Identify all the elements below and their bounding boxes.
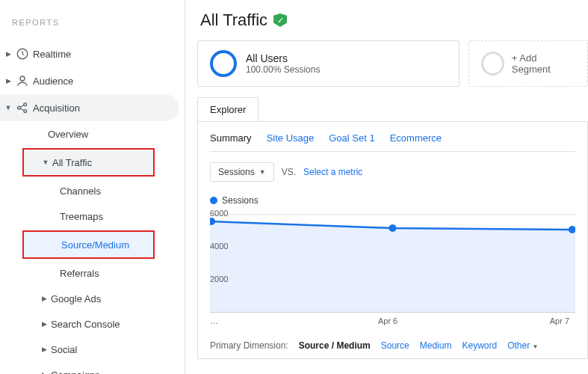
sessions-chart[interactable]: 6000 4000 2000 … Apr: [210, 209, 575, 313]
chevron-down-icon: ▼: [42, 159, 49, 166]
page-title-row: All Traffic ✓: [197, 6, 588, 40]
segment-ring-icon: [481, 52, 504, 76]
svg-point-1: [20, 76, 25, 81]
dim-other-label: Other: [507, 340, 530, 351]
chart-legend: Sessions: [210, 195, 575, 206]
sidebar-subitem-treemaps[interactable]: Treemaps: [0, 203, 185, 229]
legend-dot-icon: [210, 197, 217, 204]
segment-meta: All Users 100.00% Sessions: [246, 52, 320, 75]
sidebar-subitem-all-traffic[interactable]: ▼ All Traffic: [24, 150, 153, 175]
sidebar-subitem-overview[interactable]: Overview: [0, 121, 185, 147]
sidebar-item-label: Google Ads: [51, 293, 101, 304]
sidebar-subitem-search-console[interactable]: ▶ Search Console: [0, 311, 185, 337]
sidebar-item-label: Source/Medium: [61, 239, 129, 251]
sidebar-item-label: Channels: [60, 186, 101, 197]
person-icon: [12, 74, 33, 88]
sidebar-subitem-campaigns[interactable]: ▶ Campaigns: [0, 362, 185, 374]
metric-select-label: Sessions: [218, 167, 255, 177]
sidebar-subitem-source-medium[interactable]: Source/Medium: [24, 232, 153, 257]
sidebar: REPORTS ▶ Realtime ▶ Audience ▼ Acquisit…: [0, 0, 185, 374]
legend-label: Sessions: [222, 195, 259, 206]
segment-all-users[interactable]: All Users 100.00% Sessions: [197, 40, 459, 87]
metric-controls: Sessions ▼ VS. Select a metric: [210, 162, 575, 182]
sidebar-subitem-channels[interactable]: Channels: [0, 178, 185, 203]
dim-medium[interactable]: Medium: [420, 340, 452, 351]
main-content: All Traffic ✓ All Users 100.00% Sessions…: [185, 0, 588, 374]
sidebar-item-label: Acquisition: [33, 102, 80, 114]
y-tick: 4000: [210, 242, 228, 251]
chevron-right-icon: ▶: [40, 320, 48, 328]
subtab-goal-set[interactable]: Goal Set 1: [329, 132, 374, 144]
explorer-subtabs: Summary Site Usage Goal Set 1 Ecommerce: [210, 132, 575, 152]
dim-keyword[interactable]: Keyword: [462, 340, 497, 351]
dim-source[interactable]: Source: [381, 340, 409, 351]
metric-select[interactable]: Sessions ▼: [210, 162, 274, 182]
sidebar-item-label: Audience: [33, 76, 73, 87]
vs-label: VS.: [282, 167, 296, 177]
sidebar-item-acquisition[interactable]: ▼ Acquisition: [0, 94, 179, 121]
sidebar-item-audience[interactable]: ▶ Audience: [0, 67, 185, 94]
segment-add[interactable]: + Add Segment: [468, 40, 588, 87]
caret-down-icon: ▼: [533, 343, 539, 350]
sidebar-subitem-google-ads[interactable]: ▶ Google Ads: [0, 286, 185, 311]
x-tick: Apr 6: [378, 316, 397, 325]
sidebar-item-label: Overview: [48, 129, 88, 140]
page-title: All Traffic: [200, 10, 267, 30]
chevron-down-icon: ▼: [4, 104, 12, 111]
x-tick: …: [210, 316, 218, 325]
segment-title: All Users: [246, 52, 320, 64]
sidebar-item-label: All Traffic: [52, 157, 92, 168]
report-tabs: Explorer Summary Site Usage Goal Set 1 E…: [197, 97, 588, 359]
caret-down-icon: ▼: [259, 168, 266, 176]
subtab-site-usage[interactable]: Site Usage: [267, 132, 315, 144]
sidebar-item-label: Campaigns: [51, 370, 100, 375]
chevron-right-icon: ▶: [40, 346, 48, 353]
primary-dimension-row: Primary Dimension: Source / Medium Sourc…: [210, 336, 575, 355]
sidebar-subitem-social[interactable]: ▶ Social: [0, 337, 185, 362]
shield-check-icon: ✓: [273, 13, 287, 27]
svg-point-10: [389, 224, 396, 232]
highlight-source-medium: Source/Medium: [22, 230, 155, 259]
tab-explorer[interactable]: Explorer: [197, 97, 259, 121]
primary-dimension-label: Primary Dimension:: [210, 340, 288, 351]
sidebar-subitem-referrals[interactable]: Referrals: [0, 260, 185, 286]
sidebar-item-label: Search Console: [51, 319, 120, 330]
sidebar-item-label: Realtime: [33, 49, 71, 60]
chevron-right-icon: ▶: [4, 50, 12, 58]
y-tick: 2000: [210, 275, 228, 283]
sidebar-item-label: Referrals: [60, 268, 99, 279]
select-compare-metric[interactable]: Select a metric: [303, 167, 362, 177]
sidebar-item-label: Social: [51, 344, 77, 355]
x-tick: Apr 7: [550, 316, 569, 325]
highlight-all-traffic: ▼ All Traffic: [22, 148, 155, 177]
chevron-right-icon: ▶: [40, 371, 48, 374]
chevron-right-icon: ▶: [4, 77, 12, 85]
clock-icon: [12, 47, 33, 61]
sidebar-item-label: Treemaps: [60, 211, 103, 222]
dim-other[interactable]: Other ▼: [507, 340, 538, 351]
dim-source-medium[interactable]: Source / Medium: [299, 340, 371, 351]
segment-subtitle: 100.00% Sessions: [246, 64, 320, 75]
subtab-ecommerce[interactable]: Ecommerce: [390, 132, 442, 144]
y-tick: 6000: [210, 209, 228, 218]
segment-ring-icon: [210, 50, 237, 77]
segment-row: All Users 100.00% Sessions + Add Segment: [197, 40, 588, 87]
sidebar-item-realtime[interactable]: ▶ Realtime: [0, 40, 185, 67]
explorer-panel: Summary Site Usage Goal Set 1 Ecommerce …: [197, 121, 588, 359]
chevron-right-icon: ▶: [40, 295, 48, 302]
subtab-summary[interactable]: Summary: [210, 132, 252, 144]
reports-heading: REPORTS: [0, 13, 185, 40]
add-segment-label: + Add Segment: [512, 52, 575, 75]
share-icon: [12, 101, 33, 114]
